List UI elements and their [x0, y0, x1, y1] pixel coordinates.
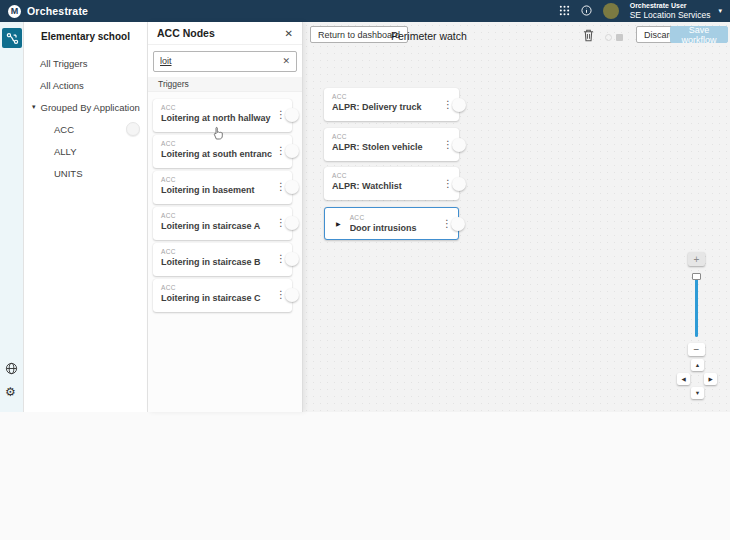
canvas-node-alpr-delivery-truck[interactable]: ACC ALPR: Delivery truck ⋮ — [324, 88, 459, 121]
tree-item-acc-label: ACC — [54, 124, 74, 135]
acc-loading-icon — [126, 122, 140, 136]
user-org: SE Location Services — [630, 10, 711, 20]
output-connector[interactable] — [452, 138, 466, 152]
trigger-card-loitering-basement[interactable]: ACC Loitering in basement ⋮ — [153, 171, 292, 204]
tree-item-ally[interactable]: ALLY — [24, 140, 147, 162]
pan-right-button[interactable]: ▶ — [704, 373, 717, 385]
card-app-label: ACC — [161, 284, 272, 291]
pan-down-button[interactable]: ▼ — [691, 387, 704, 399]
info-icon[interactable] — [581, 5, 592, 16]
tree-item-all-triggers[interactable]: All Triggers — [24, 52, 147, 74]
user-info[interactable]: Orchestrate User SE Location Services — [630, 2, 711, 21]
card-title: Loitering in basement — [161, 185, 272, 195]
clear-search-icon[interactable]: ✕ — [282, 56, 290, 66]
trigger-card-loitering-staircase-b[interactable]: ACC Loitering in staircase B ⋮ — [153, 243, 292, 276]
node-app-label: ACC — [332, 93, 439, 100]
zoom-slider-thumb[interactable] — [692, 273, 701, 280]
trigger-card-loitering-staircase-c[interactable]: ACC Loitering in staircase C ⋮ — [153, 279, 292, 312]
canvas-node-alpr-stolen-vehicle[interactable]: ACC ALPR: Stolen vehicle ⋮ — [324, 128, 459, 161]
save-workflow-button[interactable]: Save workflow — [670, 26, 728, 43]
card-title: Loitering in staircase B — [161, 257, 272, 267]
pan-up-button[interactable]: ▲ — [691, 359, 704, 371]
tree-group-by-application[interactable]: ▾ Grouped By Application — [24, 96, 147, 118]
app-title: Orchestrate — [27, 5, 88, 17]
tree-item-ally-label: ALLY — [54, 146, 77, 157]
trigger-card-loitering-north-hallway[interactable]: ACC Loitering at north hallway ⋮ — [153, 99, 292, 132]
card-title: Loitering in staircase C — [161, 293, 272, 303]
play-icon[interactable]: ▶ — [336, 220, 341, 227]
workflow-icon — [6, 32, 19, 45]
tree-item-all-actions[interactable]: All Actions — [24, 74, 147, 96]
tree-expand-caret-icon[interactable]: ▾ — [32, 103, 36, 111]
card-title: Loitering at south entrance — [161, 149, 272, 159]
card-app-label: ACC — [161, 104, 272, 111]
trigger-card-loitering-south-entrance[interactable]: ACC Loitering at south entrance ⋮ — [153, 135, 292, 168]
tree-item-units-label: UNITS — [54, 168, 83, 179]
apps-grid-icon[interactable] — [559, 5, 570, 16]
canvas-node-alpr-watchlist[interactable]: ACC ALPR: Watchlist ⋮ — [324, 167, 459, 200]
tree-item-acc[interactable]: ACC — [24, 118, 147, 140]
zoom-in-button[interactable]: + — [688, 252, 705, 266]
site-title: Elementary school — [24, 22, 147, 52]
node-app-label: ACC — [332, 172, 439, 179]
output-connector[interactable] — [285, 288, 299, 302]
output-connector[interactable] — [285, 180, 299, 194]
user-avatar[interactable] — [603, 3, 619, 19]
node-title: Door intrusions — [350, 223, 417, 233]
output-connector[interactable] — [452, 177, 466, 191]
card-app-label: ACC — [161, 140, 272, 147]
card-app-label: ACC — [161, 212, 272, 219]
close-panel-icon[interactable]: ✕ — [285, 28, 293, 39]
output-connector[interactable] — [452, 98, 466, 112]
triggers-section-header: Triggers — [148, 77, 302, 92]
trigger-card-loitering-staircase-a[interactable]: ACC Loitering in staircase A ⋮ — [153, 207, 292, 240]
card-title: Loitering in staircase A — [161, 221, 272, 231]
card-title: Loitering at north hallway — [161, 113, 272, 123]
tree-group-label: Grouped By Application — [41, 102, 140, 113]
workflows-nav-button[interactable] — [2, 28, 22, 48]
node-title: ALPR: Stolen vehicle — [332, 142, 439, 152]
card-app-label: ACC — [161, 176, 272, 183]
undo-icon[interactable] — [605, 34, 612, 41]
workflow-name: Perimeter watch — [391, 30, 467, 42]
zoom-slider[interactable] — [695, 273, 698, 337]
globe-icon[interactable] — [5, 361, 18, 379]
pan-left-button[interactable]: ◀ — [677, 373, 690, 385]
orchestrate-app-window: M Orchestrate Orchestrate User SE Locati… — [0, 0, 730, 412]
tree-item-units[interactable]: UNITS — [24, 162, 147, 184]
trigger-results-list: ACC Loitering at north hallway ⋮ ACC Loi… — [148, 92, 302, 322]
panel-title: ACC Nodes — [157, 27, 285, 39]
motorola-logo-icon: M — [8, 5, 21, 18]
acc-nodes-panel: ACC Nodes ✕ ✕ Triggers ACC Loitering at … — [148, 22, 303, 412]
output-connector[interactable] — [285, 216, 299, 230]
output-connector[interactable] — [285, 108, 299, 122]
canvas-node-door-intrusions[interactable]: ▶ ACC Door intrusions ⋮ — [324, 207, 459, 240]
user-name: Orchestrate User — [630, 2, 711, 10]
user-menu-caret-icon[interactable]: ▾ — [718, 7, 722, 15]
node-title: ALPR: Watchlist — [332, 181, 439, 191]
node-title: ALPR: Delivery truck — [332, 102, 439, 112]
acc-nodes-panel-header: ACC Nodes ✕ — [148, 22, 302, 45]
delete-trash-icon[interactable] — [583, 28, 594, 46]
output-connector[interactable] — [285, 144, 299, 158]
output-connector[interactable] — [285, 252, 299, 266]
output-connector[interactable] — [451, 217, 465, 231]
redo-icon[interactable] — [616, 34, 623, 41]
left-icon-strip: ⚙ — [0, 22, 24, 412]
zoom-out-button[interactable]: − — [688, 343, 705, 356]
settings-gear-icon[interactable]: ⚙ — [5, 386, 16, 398]
workflow-canvas[interactable]: Return to dashboard Perimeter watch Disc… — [303, 22, 730, 412]
search-container: ✕ — [148, 45, 302, 77]
top-bar: M Orchestrate Orchestrate User SE Locati… — [0, 0, 730, 22]
node-app-label: ACC — [332, 133, 439, 140]
workflow-tree-panel: Elementary school All Triggers All Actio… — [24, 22, 148, 412]
node-search-input[interactable] — [153, 51, 297, 72]
card-app-label: ACC — [161, 248, 272, 255]
node-app-label: ACC — [350, 214, 417, 221]
